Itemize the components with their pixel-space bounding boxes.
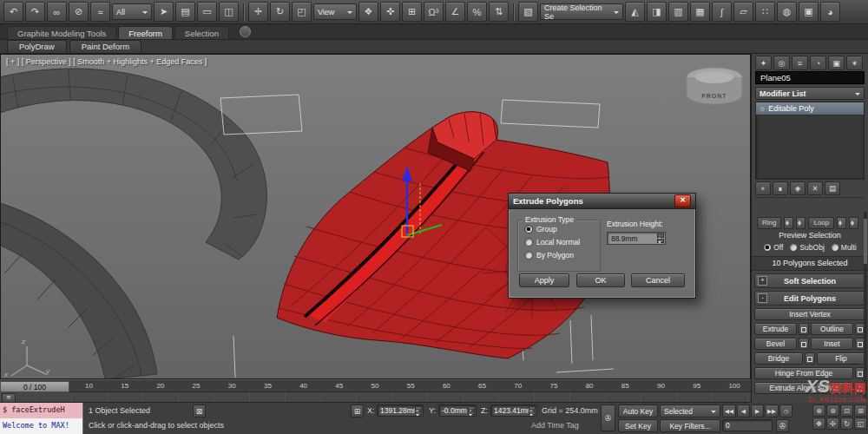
loop-shrink-spinner[interactable] — [849, 217, 858, 229]
select-link-icon[interactable]: ∞ — [47, 2, 67, 22]
named-selection-sets-dropdown[interactable]: Create Selection Se — [540, 3, 623, 20]
visibility-bulb-icon[interactable]: ☼ — [759, 104, 766, 113]
zoom-extents-icon[interactable]: ⊡ — [840, 404, 853, 417]
rect-select-icon[interactable]: ▭ — [197, 2, 217, 22]
track-bar[interactable]: ≋ — [0, 392, 751, 403]
frame-tick[interactable]: 50 — [372, 382, 379, 390]
spinner-arrows[interactable] — [529, 406, 536, 415]
loop-button[interactable]: Loop — [808, 217, 834, 229]
go-start-button[interactable]: ◀◀ — [722, 404, 736, 418]
soft-selection-rollout[interactable]: + Soft Selection — [754, 273, 865, 288]
utilities-tab-icon[interactable]: ✶ — [846, 56, 863, 70]
key-mode-toggle-icon[interactable]: ✇ — [776, 419, 789, 432]
select-move-icon[interactable]: ✛ — [248, 2, 268, 22]
dialog-titlebar[interactable]: Extrude Polygons ✕ — [509, 194, 695, 209]
frame-tick[interactable]: 75 — [549, 382, 557, 390]
angle-snap-icon[interactable]: ∠ — [445, 2, 465, 22]
align-icon[interactable]: ◨ — [647, 2, 667, 22]
keyboard-override-icon[interactable]: ⊞ — [402, 2, 422, 22]
viewport-label[interactable]: [ + ] [ Perspective ] [ Smooth + Highlig… — [6, 57, 207, 66]
insert-vertex-button[interactable]: Insert Vertex — [754, 308, 865, 320]
select-manipulate-icon[interactable]: ✜ — [380, 2, 400, 22]
panel-polydraw[interactable]: PolyDraw — [7, 40, 67, 53]
configure-sets-icon[interactable]: ▤ — [825, 181, 840, 195]
frame-tick[interactable]: 20 — [156, 382, 164, 390]
spinner-arrows[interactable] — [468, 406, 475, 415]
set-keys-button[interactable]: ✇ — [601, 404, 615, 431]
selection-lock-icon[interactable]: ⊠ — [193, 404, 206, 418]
panel-scrollbar[interactable] — [864, 212, 867, 399]
remove-modifier-icon[interactable]: ✕ — [807, 181, 823, 195]
mirror-icon[interactable]: ◭ — [625, 2, 645, 22]
extrude-button[interactable]: Extrude — [754, 323, 797, 335]
make-unique-icon[interactable]: ◈ — [790, 181, 806, 195]
frame-tick[interactable]: 95 — [693, 382, 700, 390]
preview-subobj-radio[interactable]: SubObj — [789, 243, 824, 252]
collapse-icon[interactable]: - — [758, 293, 767, 303]
loop-grow-spinner[interactable] — [837, 217, 846, 229]
by-polygon-radio[interactable]: By Polygon — [524, 251, 600, 260]
zoom-region-icon[interactable]: ⊞ — [854, 404, 867, 417]
bind-spacewarp-icon[interactable]: ≈ — [90, 2, 110, 22]
cancel-button[interactable]: Cancel — [631, 273, 685, 287]
bridge-button[interactable]: Bridge — [754, 352, 803, 365]
layer-manager-icon[interactable]: ▥ — [668, 2, 688, 22]
render-setup-icon[interactable]: ◍ — [777, 2, 797, 22]
graphite-toggle-icon[interactable]: ▦ — [690, 2, 710, 22]
mini-curve-editor-button[interactable]: ≋ — [2, 393, 16, 403]
spinner-snap-icon[interactable]: ⇅ — [489, 2, 509, 22]
pivot-center-icon[interactable]: ❖ — [358, 2, 378, 22]
frame-tick[interactable]: 70 — [514, 382, 522, 390]
schematic-view-icon[interactable]: ▱ — [733, 2, 753, 22]
orbit-icon[interactable]: ↻ — [840, 418, 853, 430]
frame-tick[interactable]: 10 — [85, 382, 93, 390]
y-coordinate-input[interactable]: -0.0mm — [438, 404, 477, 417]
close-icon[interactable]: ✕ — [674, 194, 691, 207]
render-production-icon[interactable]: ◕ — [820, 2, 840, 22]
maxscript-macro-recorder[interactable]: $ faceExtrudeH — [0, 403, 83, 418]
reference-coordsys-dropdown[interactable]: View — [313, 3, 357, 20]
group-radio[interactable]: Group — [524, 225, 600, 233]
walkthrough-icon[interactable]: ✣ — [826, 418, 839, 430]
bevel-button[interactable]: Bevel — [754, 338, 797, 350]
select-rotate-icon[interactable]: ↻ — [270, 2, 290, 22]
frame-tick[interactable]: 65 — [478, 382, 486, 390]
pan-icon[interactable]: ✥ — [812, 418, 825, 430]
select-scale-icon[interactable]: ◰ — [292, 2, 312, 22]
current-frame-field[interactable]: 0 — [722, 419, 773, 431]
modify-tab-icon[interactable]: ◎ — [773, 56, 790, 70]
ring-grow-spinner[interactable] — [784, 217, 793, 229]
z-coordinate-input[interactable]: 1423.41mm — [490, 404, 537, 417]
scrollbar-thumb[interactable] — [864, 219, 867, 264]
prev-frame-button[interactable]: ◀ — [737, 404, 750, 418]
spinner-arrows[interactable] — [415, 406, 422, 415]
named-sets-icon[interactable]: ▧ — [518, 2, 538, 22]
frame-tick[interactable]: 30 — [228, 382, 236, 390]
x-coordinate-input[interactable]: 1391.28mm — [377, 404, 424, 417]
display-tab-icon[interactable]: ▣ — [828, 56, 845, 70]
object-name-field[interactable]: Plane05 — [755, 71, 865, 84]
panel-paint-deform[interactable]: Paint Deform — [69, 40, 141, 53]
tab-selection[interactable]: Selection — [174, 26, 229, 39]
frame-tick[interactable]: 15 — [121, 382, 128, 390]
preview-off-radio[interactable]: Off — [763, 243, 783, 252]
stack-item-editable-poly[interactable]: ☼ Editable Poly — [756, 102, 864, 115]
zoom-icon[interactable]: ⊕ — [812, 404, 825, 417]
apply-button[interactable]: Apply — [519, 273, 569, 287]
hierarchy-tab-icon[interactable]: ≡ — [792, 56, 808, 70]
redo-icon[interactable]: ↷ — [25, 2, 45, 22]
frame-tick[interactable]: 85 — [621, 382, 629, 390]
preview-multi-radio[interactable]: Multi — [831, 243, 857, 252]
maximize-viewport-icon[interactable]: ◱ — [854, 418, 867, 430]
inset-button[interactable]: Inset — [811, 338, 853, 350]
outline-button[interactable]: Outline — [811, 323, 853, 335]
zoom-all-icon[interactable]: ⊛ — [826, 404, 839, 417]
ribbon-minimize-button[interactable] — [240, 26, 251, 37]
frame-tick[interactable]: 25 — [193, 382, 201, 390]
frame-tick[interactable]: 60 — [443, 382, 450, 390]
spinner-arrows[interactable] — [657, 233, 664, 243]
viewcube-front-label[interactable]: FRONT — [688, 93, 740, 99]
ring-button[interactable]: Ring — [757, 217, 781, 229]
bridge-settings-button[interactable] — [805, 352, 815, 365]
curve-editor-icon[interactable]: ∫ — [712, 2, 732, 22]
